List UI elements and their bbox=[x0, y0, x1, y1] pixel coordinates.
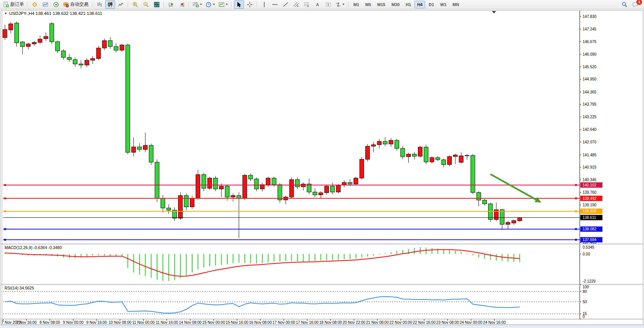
line-anchor[interactable] bbox=[575, 239, 577, 241]
svg-text:137.594: 137.594 bbox=[583, 238, 597, 242]
line-anchor[interactable] bbox=[575, 198, 577, 199]
timeframe-m5[interactable]: M5 bbox=[363, 1, 374, 8]
publish-button[interactable] bbox=[40, 0, 50, 9]
line-chart-button[interactable] bbox=[116, 0, 126, 9]
timeframe-m1[interactable]: M1 bbox=[351, 1, 362, 8]
templates-button[interactable]: ▼ bbox=[217, 0, 230, 9]
auto-trading-label: 自动交易 bbox=[70, 1, 88, 8]
candle bbox=[447, 155, 451, 166]
candle bbox=[424, 145, 428, 164]
svg-text:139.492: 139.492 bbox=[583, 196, 597, 201]
toolbar: 新订单 自动交易 bbox=[0, 0, 644, 9]
bar-chart-button[interactable] bbox=[95, 0, 104, 9]
zoom-in-icon bbox=[132, 2, 138, 8]
symbol-dropdown-icon[interactable]: ▼ bbox=[4, 12, 7, 15]
chat-button[interactable]: 1 bbox=[630, 0, 640, 9]
timeframe-d1[interactable]: D1 bbox=[426, 1, 437, 8]
candle bbox=[214, 176, 218, 191]
price-badge-138.900: 138.900 bbox=[580, 209, 602, 214]
templates-icon bbox=[218, 2, 225, 8]
zoom-in-button[interactable] bbox=[130, 0, 140, 9]
timeframe-mn[interactable]: MN bbox=[450, 1, 462, 8]
horizontal-line-tool[interactable] bbox=[270, 0, 280, 9]
gold-market-icon bbox=[32, 2, 38, 8]
time-tick-label: 15 Nov 16:00 bbox=[226, 320, 249, 325]
toolbar-separator bbox=[189, 2, 190, 8]
trendline-tool[interactable] bbox=[281, 0, 291, 9]
rsi-label: RSI(14) 34.5625 bbox=[5, 286, 34, 290]
crosshair-icon bbox=[247, 2, 253, 8]
price-tick-label: 144.365 bbox=[583, 90, 597, 94]
indicators-button[interactable]: ▼ bbox=[191, 0, 204, 9]
chat-badge: 1 bbox=[636, 0, 642, 5]
chevron-down-icon: ▼ bbox=[342, 3, 345, 6]
auto-scroll-button[interactable] bbox=[166, 0, 176, 9]
time-axis[interactable]: 7 Nov 20227 Nov 16:008 Nov 08:009 Nov 00… bbox=[2, 319, 506, 325]
arrows-icon bbox=[335, 2, 341, 8]
arrows-tool[interactable]: ▼ bbox=[334, 0, 346, 9]
timeframe-w1[interactable]: W1 bbox=[437, 1, 449, 8]
new-order-button[interactable]: 新订单 bbox=[2, 0, 25, 9]
market-button[interactable] bbox=[30, 0, 40, 9]
toolbar-drag-handle[interactable] bbox=[91, 2, 93, 8]
cursor-button[interactable] bbox=[234, 0, 244, 9]
horizontal-line-icon bbox=[272, 2, 278, 8]
line-anchor[interactable] bbox=[575, 184, 577, 186]
line-anchor[interactable] bbox=[4, 210, 6, 212]
candlestick-chart-button[interactable] bbox=[105, 0, 115, 9]
svg-text:A: A bbox=[316, 2, 319, 7]
time-tick-label: 21 Nov 08:00 bbox=[366, 320, 389, 325]
toolbar-separator bbox=[128, 2, 128, 8]
zoom-out-button[interactable] bbox=[141, 0, 151, 9]
line-anchor[interactable] bbox=[575, 228, 577, 230]
line-anchor[interactable] bbox=[4, 184, 6, 186]
price-tick-label: 146.675 bbox=[583, 40, 597, 44]
chart-shift-icon bbox=[179, 2, 185, 8]
timeframe-m15[interactable]: M15 bbox=[374, 1, 388, 8]
tile-windows-button[interactable] bbox=[152, 0, 162, 9]
chevron-down-icon: ▼ bbox=[225, 3, 228, 6]
price-tick-label: 140.345 bbox=[583, 178, 597, 182]
rsi-axis-label: 80 bbox=[583, 289, 587, 294]
line-anchor[interactable] bbox=[4, 198, 6, 199]
line-anchor[interactable] bbox=[4, 228, 6, 230]
signals-button[interactable] bbox=[51, 0, 61, 9]
candle bbox=[50, 22, 54, 44]
svg-text:138.900: 138.900 bbox=[583, 209, 597, 213]
new-order-label: 新订单 bbox=[10, 1, 24, 8]
svg-text:T: T bbox=[327, 3, 329, 6]
auto-trading-button[interactable]: 自动交易 bbox=[62, 0, 90, 9]
toolbar-separator bbox=[231, 2, 232, 8]
candle bbox=[149, 144, 153, 165]
search-button[interactable] bbox=[620, 0, 630, 9]
timeframe-h1[interactable]: H1 bbox=[403, 1, 414, 8]
timeframe-m30[interactable]: M30 bbox=[389, 1, 402, 8]
chart-shift-button[interactable] bbox=[177, 0, 187, 9]
time-tick-label: 9 Nov 16:00 bbox=[86, 320, 107, 325]
fibonacci-icon: F bbox=[304, 2, 310, 8]
price-tick-label: 141.485 bbox=[583, 153, 597, 157]
periods-button[interactable]: ▼ bbox=[204, 0, 217, 9]
time-tick-label: 9 Nov 00:00 bbox=[63, 320, 84, 325]
rsi-axis-label: 0 bbox=[583, 315, 585, 319]
chart-canvas[interactable]: ▼USDJPY-,H4 138.461 138.632 138.421 138.… bbox=[0, 0, 644, 328]
bottom-strip bbox=[0, 325, 644, 328]
text-tool[interactable]: A bbox=[313, 0, 323, 9]
line-anchor[interactable] bbox=[575, 210, 577, 212]
time-tick-label: 10 Nov 08:00 bbox=[109, 320, 132, 325]
line-anchor[interactable] bbox=[4, 239, 6, 241]
crosshair-button[interactable] bbox=[245, 0, 255, 9]
price-tick-label: 143.225 bbox=[583, 115, 597, 119]
vertical-line-tool[interactable] bbox=[259, 0, 269, 9]
timeframe-h4[interactable]: H4 bbox=[414, 1, 425, 8]
candle bbox=[207, 177, 212, 190]
channel-tool[interactable]: E bbox=[291, 0, 301, 9]
fibonacci-tool[interactable]: F bbox=[302, 0, 312, 9]
price-tick-label: 147.245 bbox=[583, 27, 597, 31]
time-tick-label: 23 Nov 08:00 bbox=[436, 320, 459, 325]
text-label-tool[interactable]: T bbox=[323, 0, 333, 9]
candle bbox=[488, 203, 493, 222]
text-label-icon: T bbox=[325, 2, 331, 8]
auto-scroll-icon bbox=[168, 2, 174, 8]
price-tick-label: 142.640 bbox=[583, 127, 597, 132]
